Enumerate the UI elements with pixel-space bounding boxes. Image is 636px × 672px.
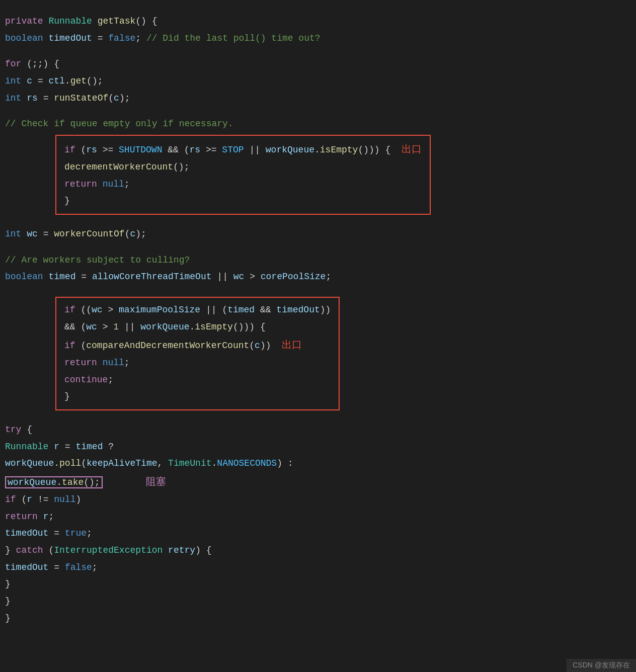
code-line-20: }	[5, 593, 636, 610]
spacer-6	[5, 412, 636, 422]
spacer-4	[5, 243, 636, 252]
red-box-2-line-3: if (compareAndDecrementWorkerCount(c)) 出…	[64, 335, 331, 355]
red-box-2-line-1: if ((wc > maximumPoolSize || (timed && t…	[64, 302, 331, 319]
red-box-section-2: if ((wc > maximumPoolSize || (timed && t…	[5, 297, 636, 410]
code-line-10: try {	[5, 422, 636, 439]
code-line-12: workQueue.poll(keepAliveTime, TimeUnit.N…	[5, 455, 636, 472]
code-container: private Runnable getTask() { boolean tim…	[0, 0, 636, 672]
red-box-1: if (rs >= SHUTDOWN && (rs >= STOP || wor…	[55, 135, 431, 215]
red-box-1-line-3: return null;	[64, 176, 422, 193]
spacer-5	[5, 286, 636, 295]
code-line-19: }	[5, 576, 636, 593]
code-line-2: boolean timedOut = false; // Did the las…	[5, 30, 636, 47]
footer-text: CSDN @发现存在	[573, 661, 630, 669]
red-box-2-line-5: continue;	[64, 372, 331, 389]
footer: CSDN @发现存在	[567, 659, 636, 672]
code-line-18: timedOut = false;	[5, 559, 636, 576]
code-area: private Runnable getTask() { boolean tim…	[0, 5, 636, 635]
code-line-15: return r;	[5, 509, 636, 526]
red-box-2-line-2: && (wc > 1 || workQueue.isEmpty())) {	[64, 319, 331, 336]
code-line-7: int wc = workerCountOf(c);	[5, 226, 636, 243]
code-line-8: // Are workers subject to culling?	[5, 252, 636, 269]
code-line-4: int c = ctl.get();	[5, 73, 636, 90]
red-box-1-line-2: decrementWorkerCount();	[64, 159, 422, 176]
code-line-11: Runnable r = timed ?	[5, 439, 636, 456]
red-box-2-line-4: return null;	[64, 355, 331, 372]
red-box-2: if ((wc > maximumPoolSize || (timed && t…	[55, 297, 340, 410]
code-line-9: boolean timed = allowCoreThreadTimeOut |…	[5, 269, 636, 286]
code-line-5: int rs = runStateOf(c);	[5, 90, 636, 107]
code-line-14: if (r != null)	[5, 491, 636, 509]
red-box-2-line-6: }	[64, 388, 331, 405]
spacer-2	[5, 107, 636, 116]
red-box-1-line-4: }	[64, 193, 422, 210]
red-box-section-1: if (rs >= SHUTDOWN && (rs >= STOP || wor…	[5, 135, 636, 215]
spacer-1	[5, 47, 636, 56]
code-line-13: workQueue.take(); 阻塞	[5, 472, 636, 491]
code-line-3: for (;;) {	[5, 56, 636, 73]
code-line-21: }	[5, 610, 636, 627]
spacer-3	[5, 217, 636, 226]
code-line-16: timedOut = true;	[5, 525, 636, 542]
code-line-17: } catch (InterruptedException retry) {	[5, 542, 636, 559]
code-line-1: private Runnable getTask() {	[5, 13, 636, 30]
red-box-1-line-1: if (rs >= SHUTDOWN && (rs >= STOP || wor…	[64, 140, 422, 159]
code-line-6: // Check if queue empty only if necessar…	[5, 116, 636, 133]
